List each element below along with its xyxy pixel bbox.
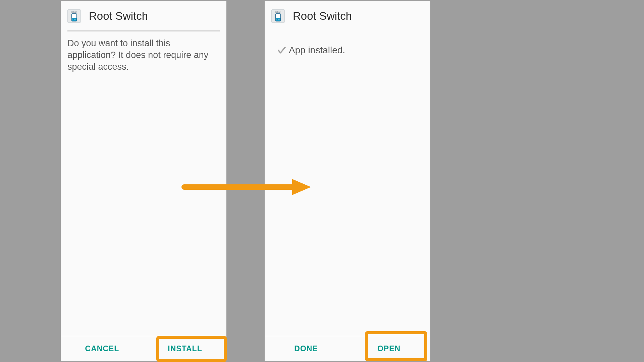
done-button[interactable]: DONE bbox=[265, 336, 347, 361]
app-icon-tag: ON bbox=[72, 18, 76, 21]
header: KSU ON Root Switch bbox=[265, 1, 430, 30]
app-icon-tag: ON bbox=[276, 18, 280, 21]
install-button[interactable]: INSTALL bbox=[144, 336, 226, 361]
app-icon-caption: KSU bbox=[71, 11, 77, 13]
app-icon: KSU ON bbox=[271, 9, 285, 23]
installed-screen: KSU ON Root Switch App installed. DONE O… bbox=[265, 1, 430, 361]
installed-text: App installed. bbox=[289, 45, 345, 56]
app-icon-caption: KSU bbox=[275, 11, 281, 13]
app-icon: KSU ON bbox=[67, 9, 81, 23]
app-title: Root Switch bbox=[89, 10, 148, 22]
install-prompt-screen: KSU ON Root Switch Do you want to instal… bbox=[61, 1, 226, 361]
open-button[interactable]: OPEN bbox=[347, 336, 430, 361]
cancel-button[interactable]: CANCEL bbox=[61, 336, 144, 361]
app-title: Root Switch bbox=[293, 10, 352, 22]
footer-buttons: DONE OPEN bbox=[265, 336, 430, 361]
installed-row: App installed. bbox=[265, 30, 430, 56]
checkmark-icon bbox=[277, 45, 287, 55]
footer-buttons: CANCEL INSTALL bbox=[61, 336, 226, 361]
header: KSU ON Root Switch bbox=[61, 1, 226, 30]
install-description: Do you want to install this application?… bbox=[61, 32, 226, 73]
